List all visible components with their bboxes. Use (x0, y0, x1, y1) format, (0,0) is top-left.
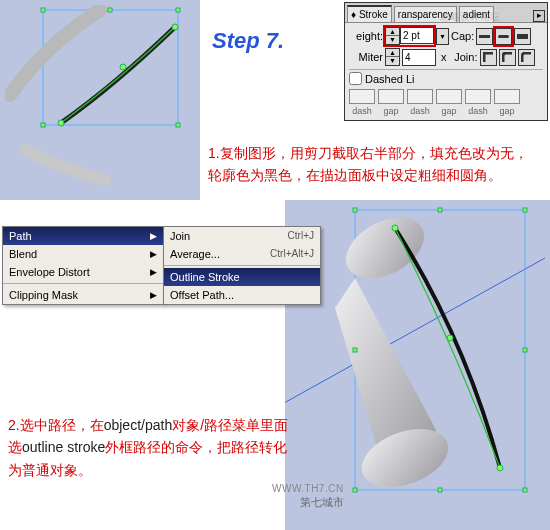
context-menu: Path▶ Blend▶ Envelope Distort▶ Clipping … (2, 226, 164, 305)
join-round-button[interactable] (499, 49, 516, 66)
svg-rect-21 (353, 488, 357, 492)
instruction-2: 2.选中路径，在object/path对象/路径菜单里面选outline str… (8, 414, 298, 481)
submenu-arrow-icon: ▶ (150, 249, 157, 259)
dash-input[interactable] (465, 89, 491, 104)
watermark-cn: 第七城市 (300, 495, 344, 510)
svg-rect-4 (41, 8, 45, 12)
cap-square-button[interactable] (514, 28, 531, 45)
svg-rect-0 (43, 10, 178, 125)
watermark-url: WWW.TH7.CN (272, 483, 344, 494)
svg-rect-22 (523, 488, 527, 492)
weight-dropdown-icon[interactable]: ▼ (436, 28, 449, 45)
miter-stepper[interactable]: ▲▼ (385, 48, 400, 66)
menu-item-clipping[interactable]: Clipping Mask▶ (3, 286, 163, 304)
svg-rect-11 (517, 34, 528, 39)
weight-stepper[interactable]: ▲▼ (385, 27, 400, 45)
svg-rect-5 (176, 8, 180, 12)
miter-x: x (438, 51, 450, 63)
svg-point-1 (58, 120, 64, 126)
watermark-top: 忽略设计论坛 (440, 10, 500, 24)
submenu-arrow-icon: ▶ (150, 290, 157, 300)
svg-rect-7 (176, 123, 180, 127)
gap-input[interactable] (378, 89, 404, 104)
svg-point-3 (120, 64, 126, 70)
weight-input[interactable] (400, 27, 434, 44)
menu-item-envelope[interactable]: Envelope Distort▶ (3, 263, 163, 281)
step-title: Step 7. (212, 28, 284, 54)
menu-item-blend[interactable]: Blend▶ (3, 245, 163, 263)
svg-rect-19 (353, 208, 357, 212)
instruction-1: 1.复制图形，用剪刀截取右半部分，填充色改为无，轮廓色为黑色，在描边面板中设定粗… (208, 142, 538, 187)
dashed-label: Dashed Li (365, 73, 415, 85)
svg-line-12 (285, 258, 545, 408)
svg-rect-9 (479, 35, 490, 38)
menu-item-path[interactable]: Path▶ (3, 227, 163, 245)
join-miter-button[interactable] (480, 49, 497, 66)
panel-menu-icon[interactable]: ▸ (533, 10, 545, 22)
cap-label: Cap: (451, 30, 474, 42)
svg-point-2 (172, 24, 178, 30)
dash-sublabels: dashgapdashgapdashgap (349, 106, 543, 116)
dash-input[interactable] (349, 89, 375, 104)
dashed-checkbox[interactable] (349, 72, 362, 85)
menu-separator (3, 283, 163, 284)
svg-rect-20 (523, 208, 527, 212)
cap-butt-button[interactable] (476, 28, 493, 45)
submenu-arrow-icon: ▶ (150, 231, 157, 241)
vector-handle-3d[interactable] (285, 198, 550, 530)
svg-rect-23 (438, 208, 442, 212)
submenu-arrow-icon: ▶ (150, 267, 157, 277)
gap-input[interactable] (436, 89, 462, 104)
dash-input[interactable] (407, 89, 433, 104)
svg-rect-26 (523, 348, 527, 352)
svg-rect-10 (498, 35, 509, 38)
svg-rect-25 (353, 348, 357, 352)
svg-point-17 (497, 465, 503, 471)
gap-input[interactable] (494, 89, 520, 104)
dash-inputs (349, 87, 543, 106)
cap-round-button[interactable] (495, 28, 512, 45)
svg-point-16 (392, 225, 398, 231)
svg-rect-6 (41, 123, 45, 127)
miter-input[interactable] (402, 49, 436, 66)
tab-stroke[interactable]: ♦ Stroke (347, 5, 392, 22)
join-bevel-button[interactable] (518, 49, 535, 66)
svg-rect-8 (108, 8, 112, 12)
vector-sword-path[interactable] (5, 5, 190, 185)
miter-label: Miter (349, 51, 383, 63)
join-label: Join: (452, 51, 478, 63)
svg-rect-24 (438, 488, 442, 492)
weight-label: eight: (349, 30, 383, 42)
svg-point-18 (447, 335, 453, 341)
